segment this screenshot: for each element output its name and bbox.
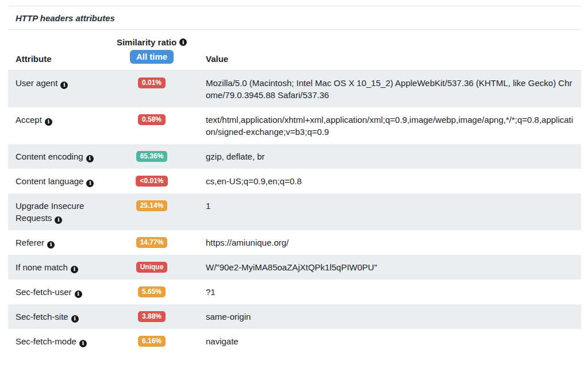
info-icon[interactable] (55, 216, 62, 224)
info-icon[interactable] (45, 118, 52, 126)
attribute-value: 1 (184, 200, 575, 212)
ratio-cell: <0.01% (120, 175, 184, 187)
similarity-badge: 5.65% (138, 286, 166, 297)
attribute-label: User agent (16, 78, 57, 88)
table-row: Sec-fetch-site 3.88% same-origin (8, 304, 581, 329)
attribute-label: If none match (16, 262, 68, 272)
attribute-label: Content encoding (16, 152, 83, 161)
similarity-ratio-label: Similarity ratio (117, 37, 176, 47)
info-icon[interactable] (75, 290, 82, 298)
ratio-cell: 0.58% (120, 114, 184, 125)
table-row: Upgrade Insecure Requests 25.14% 1 (8, 193, 581, 230)
column-header-attribute: Attribute (16, 54, 120, 64)
similarity-badge: 14.77% (136, 237, 168, 248)
attribute-cell: Sec-fetch-user (16, 286, 120, 298)
similarity-badge: 0.01% (138, 77, 166, 88)
attribute-cell: If none match (16, 261, 120, 273)
panel: HTTP headers attributes Attribute Simila… (8, 6, 581, 354)
similarity-badge: 25.14% (136, 200, 168, 211)
table-row: User agent 0.01% Mozilla/5.0 (Macintosh;… (8, 71, 581, 107)
ratio-cell: 0.01% (120, 77, 184, 88)
ratio-cell: 14.77% (120, 237, 184, 248)
table-body: User agent 0.01% Mozilla/5.0 (Macintosh;… (8, 71, 581, 354)
similarity-badge: 6.16% (138, 336, 166, 347)
attribute-label: Referer (16, 238, 44, 247)
attribute-cell: Content encoding (16, 150, 120, 162)
attribute-value: text/html,application/xhtml+xml,applicat… (184, 114, 575, 138)
attribute-cell: Upgrade Insecure Requests (16, 200, 120, 224)
column-header-similarity-group: Similarity ratio All time (120, 37, 184, 64)
ratio-cell: Unique (120, 261, 184, 273)
table-header: Attribute Similarity ratio All time Valu… (8, 30, 581, 71)
attribute-cell: Sec-fetch-site (16, 311, 120, 323)
http-headers-panel: HTTP headers attributes Attribute Simila… (0, 0, 588, 376)
similarity-badge: <0.01% (136, 176, 167, 187)
info-icon[interactable] (86, 180, 94, 187)
panel-heading: HTTP headers attributes (8, 6, 581, 30)
attribute-value: gzip, deflate, br (184, 150, 575, 162)
attribute-value: Mozilla/5.0 (Macintosh; Intel Mac OS X 1… (184, 77, 575, 101)
attribute-label: Sec-fetch-mode (16, 336, 76, 346)
panel-title: HTTP headers attributes (16, 13, 115, 23)
attribute-value: W/"90e2-MyiMA85oaZAjXtQPk1l5qPIW0PU" (184, 261, 575, 273)
ratio-cell: 3.88% (120, 311, 184, 322)
similarity-badge: 0.58% (138, 114, 166, 125)
column-header-similarity: Similarity ratio (117, 37, 187, 47)
table-row: Referer 14.77% https://amiunique.org/ (8, 230, 581, 255)
table-row: Accept 0.58% text/html,application/xhtml… (8, 107, 581, 144)
attribute-value: navigate (184, 335, 575, 347)
attribute-cell: Accept (16, 114, 120, 126)
ratio-cell: 5.65% (120, 286, 184, 297)
info-icon[interactable] (71, 266, 78, 273)
attribute-cell: Referer (16, 237, 120, 249)
ratio-cell: 65.36% (120, 150, 184, 162)
attribute-cell: Content language (16, 175, 120, 187)
attribute-value: same-origin (184, 311, 575, 323)
ratio-cell: 25.14% (120, 200, 184, 211)
similarity-badge: 65.36% (136, 151, 168, 162)
attribute-label: Upgrade Insecure Requests (16, 201, 84, 223)
info-icon[interactable] (71, 315, 79, 323)
attribute-value: cs,en-US;q=0.9,en;q=0.8 (184, 175, 575, 187)
ratio-cell: 6.16% (120, 335, 184, 347)
info-icon[interactable] (60, 82, 68, 89)
attribute-cell: User agent (16, 77, 120, 89)
table-row: Sec-fetch-user 5.65% ?1 (8, 280, 581, 304)
info-icon[interactable] (179, 38, 187, 46)
column-header-value: Value (184, 54, 575, 64)
attribute-value: https://amiunique.org/ (184, 237, 575, 249)
table-row: Sec-fetch-mode 6.16% navigate (8, 329, 581, 354)
attribute-label: Accept (16, 115, 42, 125)
info-icon[interactable] (47, 241, 55, 249)
similarity-badge: 3.88% (138, 311, 166, 322)
period-badge[interactable]: All time (130, 50, 174, 64)
info-icon[interactable] (86, 155, 94, 162)
attribute-label: Sec-fetch-user (16, 287, 72, 297)
table-row: Content language <0.01% cs,en-US;q=0.9,e… (8, 169, 581, 193)
table-row: Content encoding 65.36% gzip, deflate, b… (8, 144, 581, 169)
similarity-badge: Unique (136, 262, 168, 273)
attribute-label: Sec-fetch-site (16, 312, 68, 321)
attribute-label: Content language (16, 176, 83, 186)
attribute-value: ?1 (184, 286, 575, 298)
info-icon[interactable] (79, 340, 87, 347)
table-row: If none match Unique W/"90e2-MyiMA85oaZA… (8, 255, 581, 280)
attribute-cell: Sec-fetch-mode (16, 335, 120, 347)
